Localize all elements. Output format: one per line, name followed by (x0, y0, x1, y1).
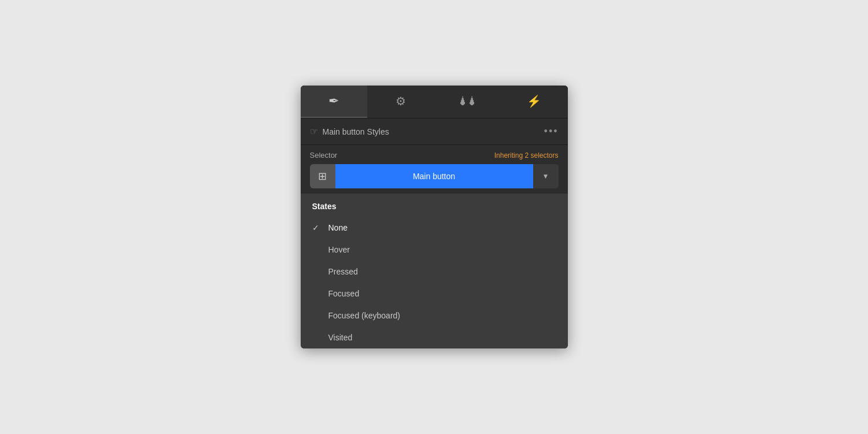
hand-icon: ☞ (310, 126, 318, 137)
selector-row: Selector Inheriting 2 selectors (301, 145, 568, 164)
state-item-focused-keyboard[interactable]: Focused (keyboard) (301, 305, 568, 327)
state-focused-keyboard-label: Focused (keyboard) (328, 311, 401, 320)
state-item-pressed[interactable]: Pressed (301, 261, 568, 283)
tab-bar: ✒ ⚙ 🌢🌢 ⚡ (301, 86, 568, 118)
styles-panel: ✒ ⚙ 🌢🌢 ⚡ ☞ Main button Styles ••• Select… (301, 86, 568, 348)
panel-title: Main button Styles (323, 127, 389, 136)
selector-icon: ⊞ (318, 170, 327, 183)
chevron-down-icon: ▼ (542, 172, 549, 180)
inheriting-count[interactable]: 2 selectors (525, 151, 558, 159)
state-item-visited[interactable]: Visited (301, 327, 568, 348)
lightning-icon: ⚡ (527, 94, 541, 108)
states-section-title: States (301, 194, 568, 217)
selector-name-button[interactable]: Main button (335, 164, 533, 188)
more-options-button[interactable]: ••• (544, 125, 559, 138)
header-left: ☞ Main button Styles (310, 126, 389, 137)
state-item-none[interactable]: ✓ None (301, 217, 568, 239)
state-item-hover[interactable]: Hover (301, 239, 568, 261)
state-pressed-label: Pressed (328, 267, 358, 276)
state-none-label: None (328, 223, 348, 232)
header-row: ☞ Main button Styles ••• (301, 118, 568, 145)
tab-gear[interactable]: ⚙ (367, 86, 434, 118)
inheriting-text: Inheriting 2 selectors (494, 151, 559, 159)
tab-lightning[interactable]: ⚡ (501, 86, 568, 118)
state-hover-label: Hover (328, 245, 350, 254)
tab-drops[interactable]: 🌢🌢 (434, 86, 501, 118)
state-focused-label: Focused (328, 289, 360, 298)
states-dropdown: States ✓ None Hover Pressed Focused Focu… (301, 193, 568, 348)
selector-label: Selector (310, 151, 338, 159)
state-visited-label: Visited (328, 333, 353, 342)
gear-icon: ⚙ (396, 94, 406, 108)
check-icon: ✓ (312, 223, 322, 232)
state-item-focused[interactable]: Focused (301, 283, 568, 305)
selector-dropdown-button[interactable]: ▼ (533, 164, 559, 188)
selector-icon-button[interactable]: ⊞ (310, 164, 335, 188)
brush-icon: ✒ (328, 94, 339, 109)
tab-brush[interactable]: ✒ (301, 86, 368, 118)
drops-icon: 🌢🌢 (458, 95, 477, 107)
selector-control: ⊞ Main button ▼ (310, 164, 559, 188)
